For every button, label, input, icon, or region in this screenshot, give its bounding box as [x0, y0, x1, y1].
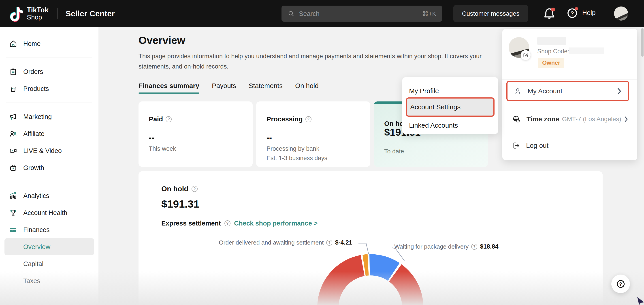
sidebar-label: Account Health: [23, 209, 67, 216]
affiliate-icon: [9, 129, 18, 138]
svg-text:?: ?: [570, 10, 574, 17]
on-hold-card-caption: To date: [384, 148, 404, 155]
sidebar-label: Orders: [23, 68, 43, 76]
finances-icon: [9, 225, 18, 234]
sidebar-item-products[interactable]: Products: [0, 80, 98, 97]
sidebar-item-capital[interactable]: Capital: [0, 255, 98, 272]
sidebar-item-marketing[interactable]: Marketing: [0, 108, 98, 125]
help-button[interactable]: ? Help: [566, 6, 596, 20]
sidebar-item-affiliate[interactable]: Affiliate: [0, 125, 98, 142]
panel-divider: [502, 107, 637, 107]
processing-card-caption2: Est. 1-3 business days: [266, 155, 327, 162]
home-icon: [9, 40, 18, 48]
search-shortcut: ⌘+K: [422, 10, 436, 18]
log-out-icon: [512, 142, 520, 150]
sidebar-label: Growth: [23, 164, 44, 172]
page-description: This page provides information to help y…: [138, 51, 564, 72]
search-input[interactable]: Search ⌘+K: [282, 6, 442, 22]
sidebar-item-account-health[interactable]: Account Health: [0, 204, 98, 221]
tiktok-shop-brand[interactable]: TikTok Shop: [10, 6, 48, 22]
tab-statements[interactable]: Statements: [248, 82, 282, 94]
donut-segments: [317, 254, 423, 305]
tab-finances-summary[interactable]: Finances summary: [138, 82, 200, 94]
sidebar-item-taxes[interactable]: Taxes: [0, 272, 98, 289]
edit-avatar-button[interactable]: [521, 50, 530, 60]
processing-card-title: Processing: [266, 115, 303, 123]
account-health-icon: [9, 208, 18, 217]
tiktok-logo-icon: [10, 6, 24, 22]
account-dropdown-menu: My Profile Account Settings Linked Accou…: [402, 77, 498, 134]
on-hold-section-tooltip-icon[interactable]: ?: [192, 186, 198, 192]
processing-tooltip-icon[interactable]: ?: [306, 116, 312, 122]
help-label: Help: [582, 9, 596, 17]
tab-on-hold[interactable]: On hold: [295, 82, 319, 94]
sidebar-item-live-video[interactable]: LIVE & Video: [0, 142, 98, 159]
paid-card-value: --: [149, 133, 154, 142]
time-zone-globe-icon: [512, 115, 521, 123]
help-icon: ?: [566, 6, 580, 20]
sidebar-divider: [6, 58, 92, 58]
donut-chart-svg: [138, 233, 602, 305]
on-hold-detail-card: On hold ? $191.31 Express settlement ? C…: [138, 171, 602, 305]
donut-leader-line-right: [392, 248, 404, 261]
sidebar-divider: [6, 182, 92, 182]
on-hold-amount: $191.31: [161, 198, 200, 210]
owner-badge: Owner: [538, 58, 564, 68]
sidebar-label: Affiliate: [23, 130, 44, 138]
sidebar-label: Analytics: [23, 192, 49, 199]
customer-messages-button[interactable]: Customer messages: [453, 5, 528, 22]
brand-line2: Shop: [27, 14, 48, 21]
shop-code-redacted: [568, 48, 604, 54]
log-out-item[interactable]: Log out: [512, 139, 628, 152]
page-description-line1: This page provides information to help y…: [138, 51, 564, 61]
products-icon: [9, 84, 18, 93]
brand-line1: TikTok: [27, 7, 48, 14]
sidebar-item-home[interactable]: Home: [0, 35, 98, 52]
scrollbar-thumb[interactable]: [641, 28, 644, 57]
check-shop-performance-link[interactable]: Check shop performance >: [234, 220, 318, 227]
brand-name: TikTok Shop: [27, 7, 48, 20]
time-zone-item[interactable]: Time zone GMT-7 (Los Angeles): [512, 112, 628, 126]
paid-card-title: Paid: [149, 115, 163, 123]
tab-payouts[interactable]: Payouts: [212, 82, 236, 94]
question-circle-icon: ?: [616, 279, 626, 289]
my-account-item[interactable]: My Account: [506, 81, 629, 101]
panel-divider: [502, 134, 637, 134]
live-video-icon: [9, 146, 18, 155]
express-settlement-label: Express settlement: [161, 220, 221, 227]
page-description-line2: statements, and on-hold records.: [138, 61, 564, 72]
header-divider: [58, 8, 58, 19]
user-avatar[interactable]: [614, 7, 628, 21]
menu-item-account-settings[interactable]: Account Settings: [406, 97, 494, 117]
express-tooltip-icon[interactable]: ?: [224, 220, 230, 226]
sidebar-item-growth[interactable]: Growth: [0, 159, 98, 176]
menu-item-my-profile[interactable]: My Profile: [402, 84, 498, 97]
paid-tooltip-icon[interactable]: ?: [166, 116, 172, 122]
processing-card-value: --: [266, 133, 272, 142]
my-account-label: My Account: [528, 87, 617, 95]
log-out-label: Log out: [526, 142, 548, 149]
notifications-button[interactable]: [542, 6, 557, 22]
sidebar-item-analytics[interactable]: Analytics: [0, 187, 98, 204]
panel-divider: [502, 79, 637, 80]
mouse-cursor: [637, 296, 644, 305]
product-title: Seller Center: [66, 9, 115, 18]
menu-item-linked-accounts[interactable]: Linked Accounts: [402, 119, 498, 132]
shop-name-redacted: [537, 37, 566, 45]
sidebar-label: LIVE & Video: [23, 147, 62, 155]
sidebar-item-finances[interactable]: Finances: [0, 221, 98, 238]
floating-help-button[interactable]: ?: [611, 274, 630, 293]
orders-icon: [9, 67, 18, 76]
person-icon: [514, 87, 522, 95]
time-zone-value: GMT-7 (Los Angeles): [562, 116, 621, 123]
marketing-icon: [9, 112, 18, 121]
sidebar-item-orders[interactable]: Orders: [0, 63, 98, 80]
sidebar-nav: Home Orders Products Marketi: [0, 27, 98, 305]
sidebar-label: Products: [23, 85, 49, 93]
account-panel: Shop Code: Owner My Account Time zone GM…: [502, 29, 637, 160]
svg-text:?: ?: [619, 281, 622, 287]
finance-tabs: Finances summary Payouts Statements On h…: [138, 82, 319, 94]
bell-icon: [542, 6, 557, 22]
processing-card: Processing? -- Processing by bank Est. 1…: [256, 101, 370, 167]
sidebar-item-overview[interactable]: Overview: [4, 238, 94, 255]
